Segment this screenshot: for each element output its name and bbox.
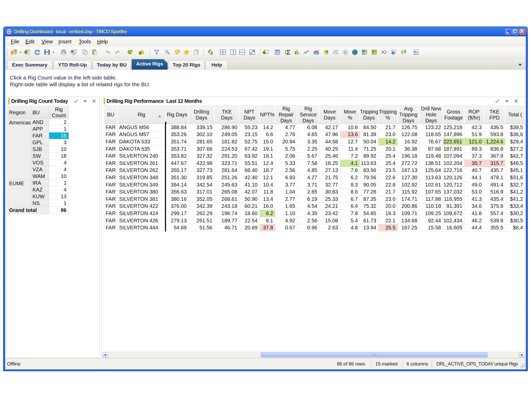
svg-text:i: i [393, 51, 394, 55]
